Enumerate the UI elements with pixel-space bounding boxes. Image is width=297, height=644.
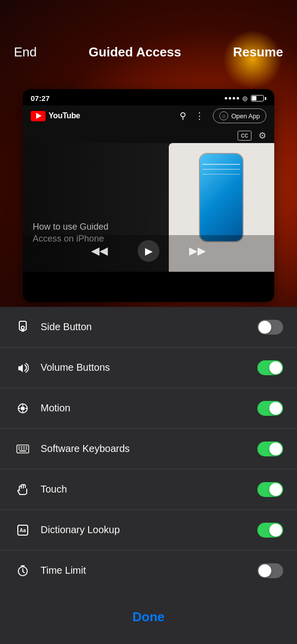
svg-text:Aa: Aa bbox=[20, 528, 26, 533]
dictionary-lookup-toggle-knob bbox=[269, 524, 282, 537]
playback-controls: ◀◀ ▶ ▶▶ bbox=[23, 235, 274, 272]
youtube-header-actions: ⚲ ⋮ ☺ Open App bbox=[180, 108, 266, 123]
dictionary-lookup-icon: Aa bbox=[14, 524, 32, 536]
status-icons: ⊜ bbox=[225, 95, 266, 102]
svg-rect-12 bbox=[23, 448, 25, 449]
resume-button[interactable]: Resume bbox=[233, 45, 283, 60]
toggle-row-side-button: Side Button bbox=[0, 307, 297, 347]
touch-toggle-knob bbox=[269, 483, 282, 496]
dictionary-lookup-toggle[interactable] bbox=[257, 523, 283, 538]
play-button[interactable]: ▶ bbox=[138, 240, 159, 262]
wifi-icon: ⊜ bbox=[242, 95, 248, 102]
volume-buttons-icon bbox=[14, 362, 32, 373]
guided-access-header: End Guided Access Resume bbox=[0, 0, 297, 84]
svg-rect-11 bbox=[21, 448, 22, 449]
motion-toggle-knob bbox=[269, 402, 282, 415]
svg-rect-9 bbox=[26, 446, 27, 447]
motion-icon bbox=[14, 402, 32, 414]
svg-rect-1 bbox=[21, 330, 24, 332]
done-button[interactable]: Done bbox=[133, 609, 165, 625]
side-button-toggle-knob bbox=[258, 321, 271, 334]
toggle-row-dictionary-lookup: AaDictionary Lookup bbox=[0, 510, 297, 550]
video-main-area: How to use Guided Access on iPhone ◀◀ ▶ … bbox=[23, 143, 274, 272]
youtube-logo: YouTube bbox=[31, 111, 80, 121]
phone-screen bbox=[200, 154, 243, 241]
svg-rect-14 bbox=[19, 450, 26, 451]
battery-icon bbox=[251, 95, 266, 101]
settings-panel: Side ButtonVolume ButtonsMotionSoftware … bbox=[0, 307, 297, 644]
dictionary-lookup-label: Dictionary Lookup bbox=[41, 524, 257, 536]
svg-point-2 bbox=[21, 326, 24, 329]
svg-rect-6 bbox=[18, 446, 20, 447]
youtube-brand-text: YouTube bbox=[49, 111, 80, 120]
time-limit-toggle-knob bbox=[258, 564, 271, 577]
signal-dots-icon bbox=[225, 97, 239, 99]
search-icon[interactable]: ⚲ bbox=[180, 110, 186, 121]
page-title: Guided Access bbox=[89, 45, 181, 60]
touch-label: Touch bbox=[41, 484, 257, 495]
touch-toggle[interactable] bbox=[257, 482, 283, 497]
youtube-icon bbox=[31, 111, 46, 121]
software-keyboards-toggle[interactable] bbox=[257, 442, 283, 456]
software-keyboards-icon bbox=[14, 445, 32, 453]
side-button-toggle[interactable] bbox=[257, 320, 283, 335]
next-track-icon[interactable]: ▶▶ bbox=[189, 245, 206, 257]
motion-label: Motion bbox=[41, 402, 257, 414]
touch-icon bbox=[14, 483, 32, 496]
time-limit-icon bbox=[14, 565, 32, 577]
open-app-button[interactable]: ☺ Open App bbox=[213, 108, 266, 123]
phone-mockup bbox=[199, 153, 244, 242]
time-limit-label: Time Limit bbox=[41, 565, 257, 576]
motion-toggle[interactable] bbox=[257, 401, 283, 416]
end-button[interactable]: End bbox=[14, 45, 37, 60]
toggle-row-software-keyboards: Software Keyboards bbox=[0, 429, 297, 469]
time-limit-toggle[interactable] bbox=[257, 563, 283, 578]
svg-rect-13 bbox=[26, 448, 27, 449]
map-lines bbox=[202, 164, 240, 165]
previous-track-icon[interactable]: ◀◀ bbox=[91, 245, 108, 257]
cc-button[interactable]: CC bbox=[238, 131, 251, 141]
svg-rect-7 bbox=[21, 446, 22, 447]
toggle-row-touch: Touch bbox=[0, 469, 297, 510]
video-title-line1: How to use Guided bbox=[33, 222, 108, 232]
toggle-row-time-limit: Time Limit bbox=[0, 550, 297, 591]
svg-point-4 bbox=[21, 407, 24, 410]
software-keyboards-toggle-knob bbox=[269, 443, 282, 455]
toggle-row-volume-buttons: Volume Buttons bbox=[0, 347, 297, 388]
software-keyboards-label: Software Keyboards bbox=[41, 443, 257, 454]
volume-buttons-toggle-knob bbox=[269, 361, 282, 374]
svg-rect-10 bbox=[18, 448, 20, 449]
toggle-rows-container: Side ButtonVolume ButtonsMotionSoftware … bbox=[0, 307, 297, 591]
video-card: 07:27 ⊜ YouTube ⚲ bbox=[23, 89, 274, 302]
done-area: Done bbox=[0, 590, 297, 644]
youtube-header: YouTube ⚲ ⋮ ☺ Open App bbox=[23, 105, 274, 126]
side-button-label: Side Button bbox=[41, 321, 257, 333]
avatar-icon: ☺ bbox=[219, 111, 228, 120]
video-time: 07:27 bbox=[31, 94, 50, 102]
toggle-row-motion: Motion bbox=[0, 388, 297, 429]
video-status-bar: 07:27 ⊜ bbox=[23, 89, 274, 105]
youtube-play-icon bbox=[36, 113, 42, 119]
side-button-icon bbox=[14, 321, 32, 334]
more-options-icon[interactable]: ⋮ bbox=[195, 110, 204, 121]
volume-buttons-toggle[interactable] bbox=[257, 360, 283, 375]
svg-rect-8 bbox=[23, 446, 25, 447]
volume-buttons-label: Volume Buttons bbox=[41, 362, 257, 373]
play-icon: ▶ bbox=[145, 245, 152, 257]
video-controls-top: CC ⚙ bbox=[23, 126, 274, 143]
settings-icon[interactable]: ⚙ bbox=[258, 130, 266, 141]
